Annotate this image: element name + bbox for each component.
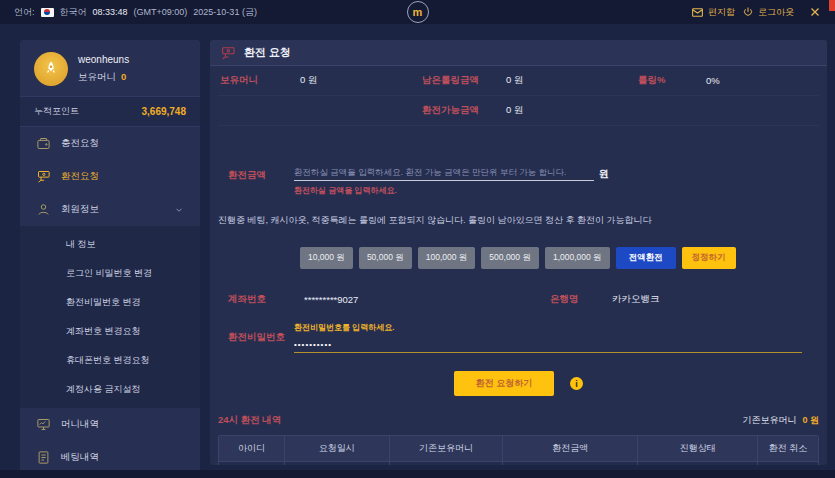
chevron-down-icon bbox=[174, 205, 184, 215]
summary-label: 보유머니 bbox=[220, 74, 300, 87]
exchange-icon bbox=[36, 169, 51, 184]
history-balance-value: 0 원 bbox=[802, 415, 819, 425]
topbar-locale: 언어: 한국어 08:33:48 (GMT+09:00) 2025-10-31 … bbox=[14, 6, 257, 19]
reset-button[interactable]: 정정하기 bbox=[682, 247, 736, 269]
amount-input[interactable] bbox=[294, 164, 594, 181]
account-number: *********9027 bbox=[304, 294, 550, 305]
sidebar-item-deposit[interactable]: 충전요청 bbox=[20, 127, 200, 160]
history-title: 24시 환전 내역 bbox=[218, 414, 281, 427]
topbar-actions: 편지함 로그아웃 bbox=[691, 6, 821, 19]
currency-unit: 원 bbox=[599, 167, 609, 181]
cell-id: 1 bbox=[219, 462, 285, 465]
money-row: 보유머니0 bbox=[78, 71, 129, 84]
column-header-date: 요청일시 bbox=[285, 436, 390, 461]
submenu-item-login-password[interactable]: 로그인 비밀번호 변경 bbox=[20, 259, 200, 288]
withdraw-panel: 환전 요청 보유머니 0 원 남은롤링금액 0 원 롤링% 0% 환전가능금액 … bbox=[210, 40, 827, 465]
column-header-prev-money: 기존보유머니 bbox=[390, 436, 504, 461]
logout-label: 로그아웃 bbox=[758, 6, 794, 19]
points-row: 누적포인트 3,669,748 bbox=[20, 96, 200, 127]
logout-button[interactable]: 로그아웃 bbox=[742, 6, 794, 19]
sidebar-item-money-history[interactable]: 머니내역 bbox=[20, 408, 200, 441]
profile-texts: weonheuns 보유머니0 bbox=[78, 54, 129, 84]
quick-amount-button-10000[interactable]: 10,000 원 bbox=[300, 247, 353, 269]
avatar[interactable] bbox=[34, 52, 68, 86]
column-header-id: 아이디 bbox=[219, 436, 285, 461]
sidebar-item-withdraw[interactable]: 환전요청 bbox=[20, 160, 200, 193]
corner-notch bbox=[829, 0, 835, 11]
amount-section: 환전금액 원 환전하실 금액을 입력하세요. bbox=[218, 164, 819, 196]
column-header-cancel: 환전 취소 bbox=[758, 436, 818, 461]
quick-amount-button-50000[interactable]: 50,000 원 bbox=[359, 247, 412, 269]
amount-label: 환전금액 bbox=[218, 164, 294, 196]
password-helper-text: 환전비밀번호를 입력하세요. bbox=[294, 322, 802, 333]
topbar: 언어: 한국어 08:33:48 (GMT+09:00) 2025-10-31 … bbox=[0, 0, 835, 24]
password-input[interactable] bbox=[294, 337, 802, 353]
submit-withdraw-button[interactable]: 환전 요청하기 bbox=[454, 371, 554, 396]
date: 2025-10-31 (금) bbox=[193, 6, 257, 19]
submenu-item-account-block[interactable]: 계정사용 금지설정 bbox=[20, 375, 200, 404]
submit-row: 환전 요청하기 i bbox=[218, 371, 819, 396]
quick-amount-row: 10,000 원 50,000 원 100,000 원 500,000 원 1,… bbox=[300, 247, 819, 269]
wallet-icon bbox=[36, 136, 51, 151]
site-logo[interactable]: m bbox=[407, 1, 429, 23]
sidebar-item-member[interactable]: 회원정보 bbox=[20, 193, 200, 226]
language-value[interactable]: 한국어 bbox=[60, 6, 87, 19]
amount-field-wrap: 원 환전하실 금액을 입력하세요. bbox=[294, 164, 609, 196]
all-in-button[interactable]: 전액환전 bbox=[616, 247, 676, 269]
document-icon bbox=[36, 450, 51, 465]
mailbox-button[interactable]: 편지함 bbox=[691, 6, 735, 19]
password-label: 환전비밀번호 bbox=[218, 331, 294, 344]
korea-flag-icon bbox=[41, 8, 54, 17]
table-row: 1 10-29 21:47 1,736,815 원 1,730,000 원 환전… bbox=[219, 461, 818, 465]
close-icon[interactable] bbox=[809, 6, 821, 18]
app-window: 언어: 한국어 08:33:48 (GMT+09:00) 2025-10-31 … bbox=[0, 0, 835, 478]
info-icon[interactable]: i bbox=[570, 377, 583, 390]
summary-row-2: 환전가능금액 0 원 bbox=[218, 96, 819, 126]
money-label: 보유머니 bbox=[78, 71, 116, 82]
submenu-item-account-change[interactable]: 계좌번호 변경요청 bbox=[20, 317, 200, 346]
quick-amount-button-100000[interactable]: 100,000 원 bbox=[418, 247, 476, 269]
monitor-chart-icon bbox=[36, 417, 51, 432]
summary-label: 환전가능금액 bbox=[422, 104, 506, 117]
language-label: 언어: bbox=[14, 6, 35, 19]
history-balance: 기존보유머니0 원 bbox=[742, 414, 819, 427]
summary-label: 롤링% bbox=[638, 74, 706, 87]
username: weonheuns bbox=[78, 54, 129, 65]
history-balance-label: 기존보유머니 bbox=[742, 415, 796, 425]
submenu-item-phone-change[interactable]: 휴대폰번호 변경요청 bbox=[20, 346, 200, 375]
quick-amount-button-1000000[interactable]: 1,000,000 원 bbox=[545, 247, 610, 269]
sidebar: weonheuns 보유머니0 누적포인트 3,669,748 충전요청 환전요… bbox=[20, 40, 200, 472]
panel-header: 환전 요청 bbox=[210, 40, 827, 66]
points-label: 누적포인트 bbox=[34, 105, 79, 118]
summary-row-1: 보유머니 0 원 남은롤링금액 0 원 롤링% 0% bbox=[218, 66, 819, 96]
sidebar-item-label: 회원정보 bbox=[61, 203, 99, 216]
footer-strip bbox=[0, 470, 835, 478]
history-table: 아이디 요청일시 기존보유머니 환전금액 진행상태 환전 취소 1 10-29 … bbox=[218, 435, 819, 465]
password-section: 환전비밀번호 환전비밀번호를 입력하세요. bbox=[218, 322, 819, 353]
logo-letter: m bbox=[413, 6, 423, 18]
money-value: 0 bbox=[121, 71, 126, 82]
amount-error-text: 환전하실 금액을 입력하세요. bbox=[294, 185, 609, 196]
power-icon bbox=[742, 6, 754, 18]
cell-prev-money: 1,736,815 원 bbox=[390, 462, 504, 465]
bank-label: 은행명 bbox=[550, 293, 612, 306]
person-icon bbox=[36, 202, 51, 217]
points-value: 3,669,748 bbox=[142, 106, 187, 117]
cell-amount: 1,730,000 원 bbox=[503, 462, 638, 465]
notice-text: 진행중 베팅, 캐시아웃, 적중특례는 롤링에 포함되지 않습니다. 롤링이 남… bbox=[218, 214, 819, 227]
envelope-icon bbox=[691, 6, 704, 19]
table-header-row: 아이디 요청일시 기존보유머니 환전금액 진행상태 환전 취소 bbox=[219, 436, 818, 461]
quick-amount-button-500000[interactable]: 500,000 원 bbox=[481, 247, 539, 269]
submenu-item-my-info[interactable]: 내 정보 bbox=[20, 230, 200, 259]
summary-label: 남은롤링금액 bbox=[422, 74, 506, 87]
account-label: 계좌번호 bbox=[228, 293, 304, 306]
account-section: 계좌번호 *********9027 은행명 카카오뱅크 bbox=[218, 293, 819, 306]
summary-value: 0 원 bbox=[506, 74, 638, 87]
cell-status: 환전 완료 bbox=[638, 462, 758, 465]
panel-body: 보유머니 0 원 남은롤링금액 0 원 롤링% 0% 환전가능금액 0 원 환전… bbox=[210, 66, 827, 465]
profile-block: weonheuns 보유머니0 bbox=[20, 40, 200, 96]
mailbox-label: 편지함 bbox=[708, 6, 735, 19]
history-header: 24시 환전 내역 기존보유머니0 원 bbox=[218, 414, 819, 427]
submenu-item-exchange-password[interactable]: 환전비밀번호 변경 bbox=[20, 288, 200, 317]
page-title: 환전 요청 bbox=[244, 45, 291, 60]
